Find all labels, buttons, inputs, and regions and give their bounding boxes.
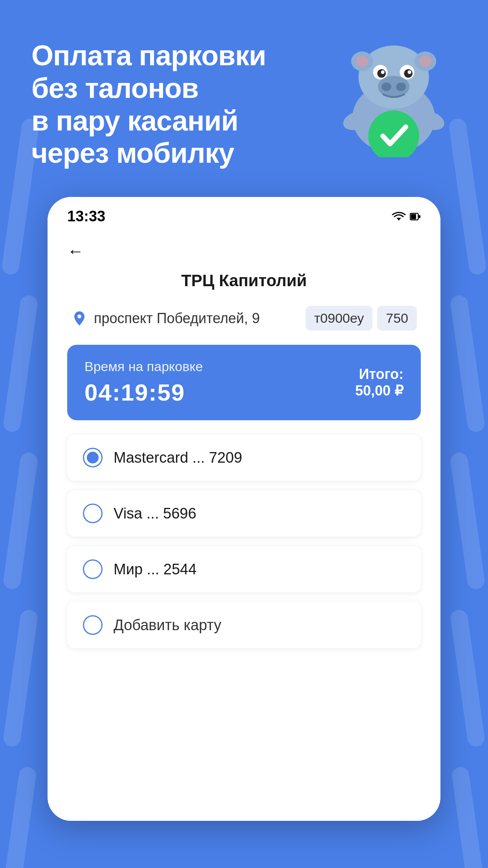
phone-screen: 13:33	[48, 197, 440, 821]
radio-add	[83, 615, 103, 635]
svg-point-13	[382, 83, 391, 91]
status-bar: 13:33	[48, 197, 440, 231]
spot-badge: 750	[377, 306, 417, 331]
back-button[interactable]: ←	[67, 239, 84, 263]
mascot	[331, 24, 457, 157]
header-title: Оплата парковки без талонов в пару касан…	[31, 39, 331, 169]
payment-option-add[interactable]: Добавить карту	[67, 602, 421, 648]
svg-point-10	[381, 70, 385, 74]
address-row: проспект Победителей, 9 т0900еу 750	[67, 306, 421, 331]
radio-mir	[83, 559, 103, 579]
location-title: ТРЦ Капитолий	[67, 271, 421, 290]
payment-option-mir[interactable]: Мир ... 2544	[67, 546, 421, 592]
svg-marker-18	[396, 218, 401, 221]
address-left: проспект Победителей, 9	[71, 310, 260, 327]
radio-mastercard	[83, 448, 103, 467]
svg-point-3	[356, 56, 368, 67]
svg-point-14	[396, 83, 406, 91]
header-line4: через мобилку	[31, 137, 234, 169]
location-pin-icon	[71, 310, 88, 327]
svg-point-5	[419, 56, 431, 67]
svg-point-22	[77, 314, 81, 318]
header-line3: в пару касаний	[31, 105, 238, 136]
payment-option-visa[interactable]: Visa ... 5696	[67, 490, 421, 537]
timer-label: Время на парковке	[84, 359, 203, 374]
address-badges: т0900еу 750	[306, 306, 417, 331]
total-label: Итого:	[355, 366, 404, 383]
total-amount: 50,00 ₽	[355, 383, 404, 399]
status-time: 13:33	[67, 208, 105, 225]
timer-card: Время на парковке 04:19:59 Итого: 50,00 …	[67, 345, 421, 420]
visa-label: Visa ... 5696	[114, 505, 196, 522]
plate-badge: т0900еу	[306, 306, 373, 331]
back-arrow-icon: ←	[67, 243, 84, 259]
mastercard-label: Mastercard ... 7209	[114, 449, 242, 466]
header-line1: Оплата парковки	[31, 40, 266, 71]
address-text: проспект Победителей, 9	[94, 310, 260, 327]
svg-rect-21	[418, 215, 420, 218]
header-text: Оплата парковки без талонов в пару касан…	[31, 31, 331, 169]
phone-mockup: 13:33	[48, 197, 440, 821]
add-card-label: Добавить карту	[114, 617, 221, 634]
app-content: ← ТРЦ Капитолий проспект Победителей, 9 …	[48, 231, 440, 821]
header-area: Оплата парковки без талонов в пару касан…	[0, 0, 488, 185]
phone-wrapper: 13:33	[0, 197, 488, 821]
svg-point-11	[408, 70, 411, 74]
timer-right: Итого: 50,00 ₽	[355, 366, 404, 399]
radio-visa	[83, 504, 103, 523]
timer-value: 04:19:59	[84, 379, 203, 406]
mir-label: Мир ... 2544	[114, 561, 196, 578]
battery-icon	[410, 211, 421, 222]
status-icons	[392, 211, 421, 222]
payment-options: Mastercard ... 7209 Visa ... 5696 Мир ..…	[67, 434, 421, 648]
payment-option-mastercard[interactable]: Mastercard ... 7209	[67, 434, 421, 481]
svg-rect-20	[411, 214, 416, 219]
wifi-icon	[392, 211, 406, 222]
header-line2: без талонов	[31, 72, 198, 104]
timer-left: Время на парковке 04:19:59	[84, 359, 203, 406]
